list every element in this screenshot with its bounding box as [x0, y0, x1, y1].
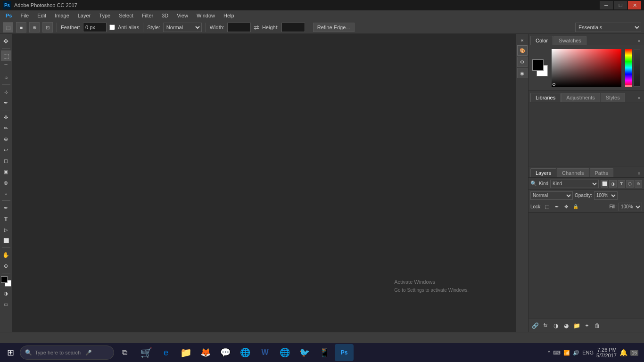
- feather-input[interactable]: [83, 23, 107, 32]
- taskbar-search[interactable]: 🔍 Type here to search 🎤: [20, 346, 114, 360]
- gradient-btn[interactable]: ▣: [1, 166, 11, 177]
- opacity-strip[interactable]: [634, 49, 640, 87]
- taskbar-explorer-app[interactable]: 📁: [176, 344, 195, 361]
- anti-alias-checkbox[interactable]: [109, 25, 115, 30]
- color-panel-menu[interactable]: ≡: [636, 37, 642, 45]
- layer-folder-icon[interactable]: 📁: [572, 321, 581, 330]
- title-bar-controls[interactable]: ─ □ ✕: [600, 1, 641, 9]
- start-button[interactable]: ⊞: [2, 344, 19, 361]
- path-btn[interactable]: ▷: [1, 224, 11, 235]
- layer-link-icon[interactable]: 🔗: [530, 321, 540, 330]
- rect-marquee-solid-btn[interactable]: ■: [16, 22, 26, 33]
- taskbar-chrome2-app[interactable]: 🌐: [275, 344, 294, 361]
- marquee-fixed-btn[interactable]: ⊡: [42, 22, 53, 33]
- close-button[interactable]: ✕: [628, 1, 641, 9]
- task-view-btn[interactable]: ⧉: [115, 344, 134, 361]
- panel-icon-color[interactable]: 🎨: [517, 45, 528, 56]
- brush-btn[interactable]: ✏: [1, 123, 11, 133]
- menu-ps[interactable]: Ps: [2, 12, 16, 19]
- magic-wand-btn[interactable]: ⍟: [1, 72, 11, 82]
- menu-select[interactable]: Select: [115, 12, 137, 19]
- filter-pixel-icon[interactable]: ⬜: [601, 180, 608, 188]
- marquee-tool-btn[interactable]: ⬚: [1, 50, 11, 61]
- menu-3d[interactable]: 3D: [158, 12, 172, 19]
- lock-all-icon[interactable]: 🔒: [572, 203, 579, 211]
- blur-btn[interactable]: ◍: [1, 177, 11, 188]
- screen-mode-btn[interactable]: ▭: [1, 299, 11, 309]
- hue-strip[interactable]: [625, 49, 632, 87]
- taskbar-bird-app[interactable]: 🐦: [295, 344, 314, 361]
- swap-dimensions-icon[interactable]: ⇄: [254, 24, 259, 31]
- quick-mask-btn[interactable]: ◑: [1, 288, 11, 298]
- shape-btn[interactable]: ⬜: [1, 235, 11, 246]
- menu-file[interactable]: File: [17, 12, 33, 19]
- taskbar-skype-app[interactable]: 💬: [216, 344, 235, 361]
- taskbar-store-app[interactable]: 🛒: [137, 344, 156, 361]
- volume-icon[interactable]: 🔊: [573, 350, 579, 356]
- type-btn[interactable]: T: [1, 214, 11, 224]
- menu-view[interactable]: View: [173, 12, 192, 19]
- lock-pixels-icon[interactable]: ⬚: [544, 203, 551, 211]
- menu-edit[interactable]: Edit: [33, 12, 50, 19]
- layers-kind-select[interactable]: Kind: [550, 180, 599, 188]
- eraser-btn[interactable]: ◻: [1, 156, 11, 166]
- taskbar-ps-app[interactable]: Ps: [335, 344, 354, 361]
- menu-window[interactable]: Window: [193, 12, 219, 19]
- crop-tool-btn[interactable]: ⊹: [1, 87, 11, 97]
- fg-color-box[interactable]: [532, 59, 544, 71]
- network-icon[interactable]: 📶: [563, 350, 570, 356]
- panel-icon-layers[interactable]: ◉: [517, 68, 528, 78]
- layer-new-icon[interactable]: +: [582, 321, 592, 330]
- zoom-btn[interactable]: ⊕: [1, 261, 11, 271]
- move-tool-btn[interactable]: ✥: [1, 36, 11, 46]
- taskbar-phone-app[interactable]: 📱: [315, 344, 334, 361]
- taskbar-keyboard-icon[interactable]: ⌨: [553, 350, 561, 356]
- menu-image[interactable]: Image: [51, 12, 73, 19]
- taskbar-firefox-app[interactable]: 🦊: [196, 344, 215, 361]
- lock-move-icon[interactable]: ✥: [562, 203, 570, 211]
- workspace-select[interactable]: Essentials: [575, 23, 641, 32]
- taskbar-mic-icon[interactable]: 🎤: [85, 350, 92, 356]
- minimize-button[interactable]: ─: [600, 1, 613, 9]
- libraries-panel-menu[interactable]: ≡: [636, 94, 642, 102]
- eyedropper-btn[interactable]: ✒: [1, 98, 11, 108]
- taskbar-language[interactable]: ENG: [582, 350, 594, 355]
- healing-btn[interactable]: ✜: [1, 112, 11, 123]
- tab-color[interactable]: Color: [530, 36, 553, 45]
- taskbar-chrome1-app[interactable]: 🌐: [236, 344, 255, 361]
- height-input[interactable]: [281, 23, 305, 32]
- color-swatches[interactable]: [1, 276, 11, 287]
- tab-paths[interactable]: Paths: [590, 168, 613, 177]
- rect-marquee-btn[interactable]: ⬚: [3, 22, 13, 33]
- layers-panel-menu[interactable]: ≡: [636, 170, 642, 177]
- tab-layers[interactable]: Layers: [530, 168, 556, 177]
- layer-adjust-icon[interactable]: ◕: [561, 321, 571, 330]
- layers-fill-select[interactable]: 100%: [619, 203, 642, 211]
- marquee-add-btn[interactable]: ⊕: [29, 22, 40, 33]
- filter-shape-icon[interactable]: ⬡: [626, 180, 634, 188]
- filter-smart-icon[interactable]: ⊕: [635, 180, 642, 188]
- taskbar-edge-app[interactable]: e: [157, 344, 175, 361]
- history-brush-btn[interactable]: ↩: [1, 145, 11, 155]
- tab-swatches[interactable]: Swatches: [553, 36, 586, 45]
- tab-libraries[interactable]: Libraries: [530, 93, 561, 102]
- layers-opacity-select[interactable]: 100%: [594, 191, 618, 200]
- tab-styles[interactable]: Styles: [601, 93, 625, 102]
- pen-btn[interactable]: ✒: [1, 203, 11, 213]
- maximize-button[interactable]: □: [614, 1, 627, 9]
- layers-blend-select[interactable]: Normal: [530, 191, 573, 200]
- hand-btn[interactable]: ✋: [1, 250, 11, 260]
- style-select[interactable]: Normal Fixed Ratio Fixed Size: [163, 23, 202, 32]
- dodge-btn[interactable]: ○: [1, 188, 11, 198]
- notification-icon[interactable]: 🔔: [619, 349, 627, 356]
- foreground-color-swatch[interactable]: [1, 276, 8, 283]
- width-input[interactable]: [227, 23, 251, 32]
- filter-adjust-icon[interactable]: ◑: [609, 180, 617, 188]
- collapse-panel-btn[interactable]: «: [517, 35, 528, 45]
- lock-position-icon[interactable]: ✒: [553, 203, 561, 211]
- menu-help[interactable]: Help: [220, 12, 238, 19]
- clone-btn[interactable]: ⊕: [1, 134, 11, 144]
- filter-type-icon[interactable]: T: [618, 180, 625, 188]
- color-gradient[interactable]: [552, 49, 621, 87]
- layer-delete-icon[interactable]: 🗑: [593, 321, 602, 330]
